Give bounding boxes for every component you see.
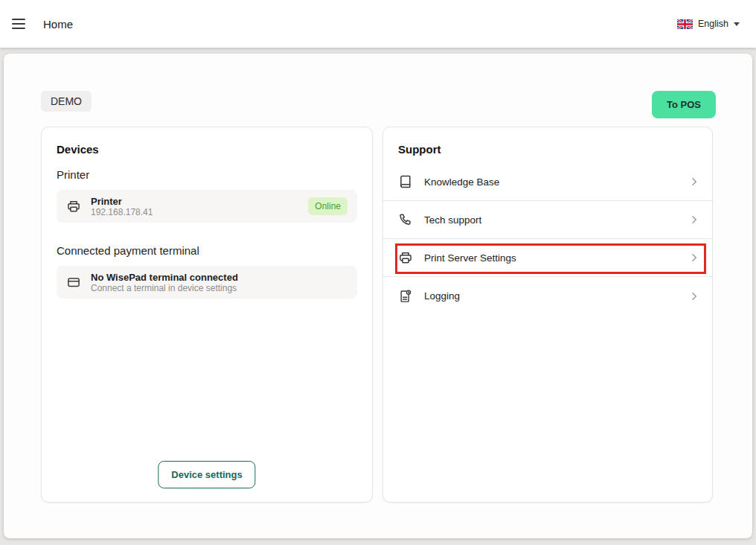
uk-flag-icon <box>677 19 693 29</box>
page-title: Home <box>43 18 73 31</box>
menu-icon[interactable] <box>10 13 27 35</box>
terminal-status-title: No WisePad terminal connected <box>91 272 238 283</box>
support-card-title: Support <box>383 127 712 156</box>
terminal-section-label: Connected payment terminal <box>57 244 357 257</box>
chevron-right-icon <box>688 214 700 226</box>
terminal-row: No WisePad terminal connected Connect a … <box>57 266 357 299</box>
support-item-label: Tech support <box>424 214 481 226</box>
support-item-knowledge-base[interactable]: Knowledge Base <box>383 163 712 201</box>
support-list: Knowledge Base Tech support <box>383 163 712 315</box>
top-bar: Home English <box>0 0 756 48</box>
support-item-tech-support[interactable]: Tech support <box>383 201 712 239</box>
credit-card-icon <box>66 275 81 290</box>
support-item-label: Logging <box>424 290 460 302</box>
status-badge: Online <box>308 197 347 215</box>
support-card: Support Knowledge Base <box>382 127 713 503</box>
printer-section-label: Printer <box>57 168 357 181</box>
printer-name: Printer <box>91 196 153 207</box>
device-settings-button[interactable]: Device settings <box>158 461 255 488</box>
support-item-label: Knowledge Base <box>424 176 499 188</box>
support-item-print-server-settings[interactable]: Print Server Settings <box>383 239 712 277</box>
language-selector[interactable]: English <box>677 19 740 29</box>
to-pos-button[interactable]: To POS <box>652 91 716 118</box>
support-item-label: Print Server Settings <box>424 252 516 264</box>
chevron-right-icon <box>688 290 700 302</box>
support-item-logging[interactable]: Logging <box>383 277 712 315</box>
terminal-status-subtitle: Connect a terminal in device settings <box>91 283 238 293</box>
printer-ip: 192.168.178.41 <box>91 207 153 217</box>
devices-card: Devices Printer Printer 192.168.178.41 O… <box>41 127 373 503</box>
chevron-down-icon <box>734 22 740 26</box>
book-icon <box>398 174 413 189</box>
chevron-right-icon <box>688 252 700 264</box>
main-panel: DEMO To POS Devices Printer Printer 192.… <box>4 54 752 538</box>
language-label: English <box>698 19 728 29</box>
printer-icon <box>398 250 413 265</box>
printer-row: Printer 192.168.178.41 Online <box>57 190 357 223</box>
devices-card-title: Devices <box>42 127 372 156</box>
printer-icon <box>66 199 81 214</box>
phone-icon <box>398 212 413 227</box>
demo-badge: DEMO <box>41 91 92 112</box>
document-clock-icon <box>398 289 413 304</box>
chevron-right-icon <box>688 176 700 188</box>
